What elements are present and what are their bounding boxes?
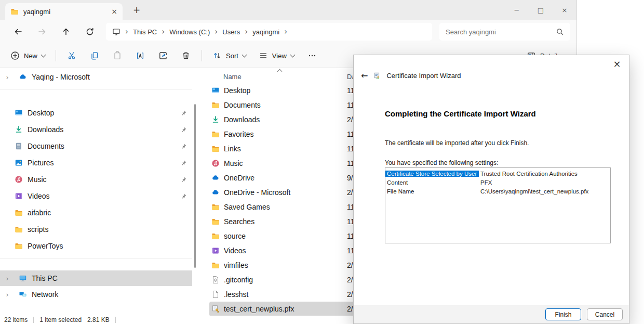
toolbar-divider — [56, 50, 56, 61]
sidebar-item[interactable]: Desktop — [0, 105, 192, 121]
folder-icon — [211, 261, 220, 269]
new-button[interactable]: New — [4, 46, 51, 65]
sidebar-item[interactable]: aifabric — [0, 204, 192, 221]
sidebar-item-label: Videos — [28, 192, 50, 200]
pin-icon — [180, 193, 187, 200]
cancel-button[interactable]: Cancel — [587, 308, 623, 320]
file-icon — [211, 290, 220, 299]
up-button[interactable] — [54, 22, 78, 41]
sidebar-item-yaqing-microsoft[interactable]: › Yaqing - Microsoft — [0, 69, 192, 85]
chevron-right-icon[interactable]: › — [4, 73, 10, 81]
search-placeholder: Search yaqingmi — [446, 28, 496, 36]
delete-button[interactable] — [175, 46, 197, 65]
back-button[interactable] — [6, 22, 30, 41]
sidebar-item[interactable]: Documents — [0, 138, 192, 154]
sidebar-item[interactable]: scripts — [0, 221, 192, 238]
new-tab-button[interactable]: + — [131, 4, 142, 16]
folder-icon — [15, 225, 23, 234]
sidebar-item[interactable]: Pictures — [0, 154, 192, 171]
sidebar-item-label: scripts — [28, 225, 48, 234]
file-name: source — [224, 232, 246, 240]
sidebar-item-label: Documents — [28, 142, 64, 150]
pin-icon — [180, 176, 187, 183]
delete-icon — [181, 51, 191, 60]
chevron-down-icon — [242, 53, 247, 58]
breadcrumb-separator: › — [245, 27, 248, 36]
breadcrumb-separator: › — [214, 27, 218, 36]
breadcrumb-item-this-pc[interactable]: This PC — [133, 28, 157, 36]
pin-icon — [180, 160, 187, 166]
folder-icon — [15, 242, 23, 250]
dialog-heading: Completing the Certificate Import Wizard — [385, 109, 536, 118]
sidebar-item-label: Yaqing - Microsoft — [32, 73, 90, 81]
chevron-right-icon[interactable]: › — [4, 275, 10, 282]
paste-button[interactable] — [106, 46, 129, 65]
setting-name: File Name — [385, 188, 479, 195]
sort-button-label: Sort — [226, 52, 238, 60]
cert-icon — [211, 305, 220, 313]
titlebar: yaqingmi × + − □ × — [0, 0, 576, 20]
sidebar-item[interactable]: Music — [0, 171, 192, 188]
settings-row[interactable]: Certificate Store Selected by User Trust… — [385, 169, 610, 178]
minimize-button[interactable]: − — [505, 0, 529, 20]
maximize-button[interactable]: □ — [529, 0, 553, 20]
search-input[interactable]: Search yaqingmi — [439, 23, 570, 41]
settings-label: You have specified the following setting… — [385, 159, 498, 166]
sidebar-item[interactable]: › This PC — [0, 270, 192, 286]
monitor-icon — [19, 274, 27, 282]
settings-table: Certificate Store Selected by User Trust… — [385, 167, 611, 243]
file-gear-icon — [211, 276, 220, 284]
dialog-header: ← Certificate Import Wizard — [361, 71, 461, 81]
file-name: test_cert_newplus.pfx — [224, 305, 294, 313]
rename-button[interactable] — [129, 46, 152, 65]
sort-button[interactable]: Sort — [206, 46, 252, 65]
column-header-name[interactable]: Name — [223, 73, 242, 81]
music-icon — [211, 159, 220, 167]
folder-icon — [211, 217, 220, 226]
copy-button[interactable] — [83, 46, 106, 65]
file-name: vimfiles — [224, 261, 248, 269]
chevron-down-icon — [290, 53, 295, 58]
chevron-right-icon[interactable]: › — [4, 291, 10, 299]
settings-row[interactable]: Content PFX — [385, 178, 610, 187]
close-button[interactable]: × — [553, 0, 576, 20]
folder-icon — [211, 101, 220, 109]
navigation-pane: › Yaqing - Microsoft Desktop Downloads D… — [0, 69, 192, 316]
cut-button[interactable] — [60, 46, 83, 65]
dialog-close-icon[interactable]: × — [611, 58, 623, 69]
share-icon — [158, 51, 168, 60]
folder-icon — [211, 203, 220, 211]
sidebar-item-label: Desktop — [28, 109, 54, 117]
share-button[interactable] — [152, 46, 175, 65]
pictures-icon — [15, 159, 23, 167]
settings-row[interactable]: File Name C:\Users\yaqingmi\test_cert_ne… — [385, 187, 610, 196]
breadcrumb-item-yaqingmi[interactable]: yaqingmi — [252, 28, 279, 36]
file-name: Music — [224, 159, 243, 167]
file-name: Saved Games — [224, 203, 270, 211]
forward-button[interactable] — [30, 22, 54, 41]
folder-icon — [211, 145, 220, 153]
sidebar-item[interactable]: › Network — [0, 286, 192, 303]
breadcrumb-item-windows-c[interactable]: Windows (C:) — [169, 28, 210, 36]
sidebar-item[interactable]: Videos — [0, 188, 192, 204]
breadcrumb-separator: › — [125, 27, 128, 36]
file-name: Favorites — [224, 130, 254, 138]
copy-icon — [90, 51, 99, 60]
dialog-back-button[interactable]: ← — [361, 71, 368, 81]
tab-yaqingmi[interactable]: yaqingmi × — [5, 3, 123, 20]
view-icon — [259, 51, 268, 60]
status-divider — [33, 317, 34, 323]
sidebar-item[interactable]: PowerToys — [0, 238, 192, 254]
sidebar-scrollbar[interactable] — [194, 104, 196, 268]
tab-close-icon[interactable]: × — [111, 8, 117, 15]
nav-up-icon — [61, 27, 71, 36]
sidebar-item[interactable]: Downloads — [0, 121, 192, 138]
documents-icon — [15, 142, 23, 150]
refresh-button[interactable] — [78, 22, 102, 41]
more-options-button[interactable] — [301, 46, 324, 65]
cloud-icon — [211, 188, 220, 197]
breadcrumb-item-users[interactable]: Users — [222, 28, 240, 36]
finish-button[interactable]: Finish — [545, 308, 581, 320]
dialog-body-text: The certificate will be imported after y… — [385, 139, 529, 147]
view-button[interactable]: View — [252, 46, 301, 65]
